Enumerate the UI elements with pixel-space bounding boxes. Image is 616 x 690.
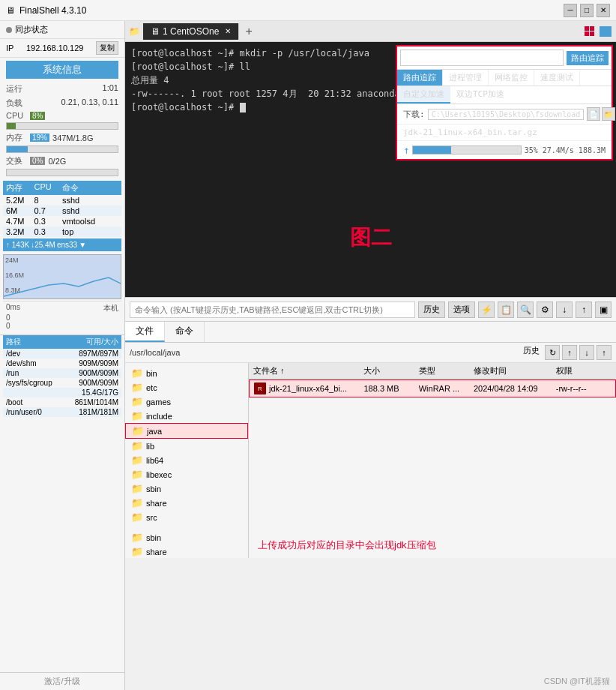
history-button[interactable]: 历史	[418, 302, 445, 318]
title-bar-left: 🖥 FinalShell 4.3.10	[6, 5, 86, 16]
mem-label: 内存	[6, 132, 27, 143]
overlay-subtab-tcp[interactable]: 双边TCP加速	[450, 86, 510, 104]
browse-file-button[interactable]: 📄	[587, 107, 600, 121]
download-file-button[interactable]: ↓	[579, 345, 594, 360]
terminal[interactable]: [root@localhost ~]# mkdir -p /usr/local/…	[125, 42, 616, 297]
activate-button[interactable]: 激活/升级	[0, 672, 124, 690]
content-area: 📁 🖥 1 CentOSOne ✕ + [root@localhost ~]# …	[125, 21, 616, 690]
tree-item-etc[interactable]: 📁 etc	[125, 380, 248, 394]
tree-item-label: lib64	[146, 456, 163, 465]
latency-val: 0	[6, 314, 10, 322]
latency-val-row2: 0	[6, 322, 118, 330]
net-chart-label-1: 24M	[5, 256, 19, 264]
search-icon-btn[interactable]: 🔍	[517, 302, 534, 318]
overlay-tab-speed[interactable]: 速度测试	[534, 70, 580, 86]
tree-item-include[interactable]: 📁 include	[125, 409, 248, 423]
progress-arrow-icon: ↑	[403, 144, 409, 156]
grid-view-button[interactable]	[580, 25, 616, 38]
progress-fill	[413, 146, 450, 154]
tree-item-sbin2[interactable]: 📁 sbin	[125, 530, 248, 544]
refresh-button[interactable]: ↻	[545, 345, 560, 360]
tree-item-lib[interactable]: 📁 lib	[125, 439, 248, 453]
lightning-icon-btn[interactable]: ⚡	[478, 302, 495, 318]
cpu-value: 8%	[30, 112, 45, 120]
tree-item-libexec[interactable]: 📁 libexec	[125, 467, 248, 482]
upload-icon-btn[interactable]: ↑	[576, 302, 592, 318]
terminal-icon-btn[interactable]: ▣	[595, 302, 612, 318]
copy-icon-btn[interactable]: 📋	[498, 302, 514, 318]
tree-item-share[interactable]: 📁 share	[125, 496, 248, 510]
sync-label: 同步状态	[15, 24, 48, 35]
close-button[interactable]: ✕	[597, 4, 610, 17]
tree-item-java[interactable]: 📁 java	[125, 423, 248, 439]
command-bar: 历史 选项 ⚡ 📋 🔍 ⚙ ↓ ↑ ▣	[125, 297, 616, 321]
history-label[interactable]: 历史	[520, 345, 543, 360]
th-cmd: 命令	[62, 182, 118, 194]
file-panel-tabs: 文件 命令	[125, 322, 616, 343]
tree-item-label: games	[146, 398, 171, 406]
tree-item-label: bin	[146, 369, 157, 378]
folder-icon-btn[interactable]: 📁	[125, 26, 143, 37]
disk-th-size: 可用/大小	[67, 337, 118, 347]
cursor	[240, 103, 246, 112]
net-stats: ↑ 143K ↓25.4M ens33 ▼	[3, 238, 121, 251]
disk-row: /sys/fs/cgroup 900M/909M	[3, 378, 121, 388]
download-icon-btn[interactable]: ↓	[556, 302, 573, 318]
overlay-tab-network[interactable]: 网络监控	[489, 70, 534, 86]
sidebar: 同步状态 IP 192.168.10.129 复制 系统信息 运行 1:01 负…	[0, 21, 125, 690]
sync-dot	[6, 27, 12, 33]
tree-item-label: libexec	[146, 470, 172, 479]
file-tab-commands[interactable]: 命令	[165, 322, 205, 342]
up-button[interactable]: ↑	[562, 345, 577, 360]
sys-info-button[interactable]: 系统信息	[6, 61, 118, 79]
folder-icon: 📁	[131, 382, 143, 393]
run-row: 运行 1:01	[0, 82, 124, 96]
file-tab-files[interactable]: 文件	[125, 322, 165, 342]
tree-item-label: sbin	[146, 533, 161, 542]
overlay-tab-process[interactable]: 进程管理	[443, 70, 489, 86]
upload-file-button[interactable]: ↑	[597, 345, 612, 360]
fig-label: 图二	[350, 224, 392, 252]
route-input[interactable]	[400, 50, 564, 66]
mem-row: 内存 19% 347M/1.8G	[0, 131, 124, 144]
net-iface: ens33	[57, 241, 77, 249]
tree-item-label: src	[146, 513, 157, 522]
maximize-button[interactable]: □	[580, 4, 594, 17]
latency-label: 0ms	[6, 303, 20, 314]
swap-detail: 0/2G	[48, 157, 66, 166]
tree-item-src[interactable]: 📁 src	[125, 510, 248, 524]
tree-item-sbin[interactable]: 📁 sbin	[125, 482, 248, 496]
overlay-tab-route[interactable]: 路由追踪	[397, 70, 443, 86]
file-row-jdk[interactable]: R jdk-21_linux-x64_bi... 188.3 MB WinRAR…	[249, 380, 616, 398]
split-view-icon[interactable]	[600, 26, 612, 37]
copy-ip-button[interactable]: 复制	[96, 41, 118, 55]
trace-button[interactable]: 路由追踪	[567, 51, 609, 65]
ip-label: IP	[6, 44, 13, 52]
window-controls[interactable]: ─ □ ✕	[564, 4, 610, 17]
file-tree[interactable]: 📁 bin 📁 etc 📁 games 📁 include	[125, 363, 249, 558]
mem-pct: 19%	[30, 134, 49, 142]
tab-centos[interactable]: 🖥 1 CentOSOne ✕	[143, 23, 239, 40]
cpu-label: CPU	[6, 111, 27, 120]
net-dropdown-icon[interactable]: ▼	[79, 241, 86, 249]
load-row: 负载 0.21, 0.13, 0.11	[0, 96, 124, 110]
tree-item-lib64[interactable]: 📁 lib64	[125, 453, 248, 467]
download-buttons: 📄 📁	[587, 107, 615, 121]
latency-section: 0ms 本机 0 0	[3, 301, 121, 332]
tab-close-icon[interactable]: ✕	[225, 27, 231, 35]
command-input[interactable]	[130, 302, 415, 318]
minimize-button[interactable]: ─	[564, 4, 577, 17]
browse-folder-button[interactable]: 📁	[602, 107, 615, 121]
settings-icon-btn[interactable]: ⚙	[537, 302, 553, 318]
tree-item-bin[interactable]: 📁 bin	[125, 366, 248, 380]
tree-item-games[interactable]: 📁 games	[125, 394, 248, 409]
disk-row: /run/user/0 181M/181M	[3, 407, 121, 417]
progress-track	[412, 146, 521, 154]
sync-status: 同步状态	[0, 21, 124, 39]
tree-item-label: sbin	[146, 484, 161, 494]
tab-add-button[interactable]: +	[239, 22, 258, 41]
options-button[interactable]: 选项	[448, 302, 475, 318]
file-table: 文件名 ↑ 大小 类型 修改时间 权限 R jdk-21_linux-x64_b…	[249, 363, 616, 532]
overlay-subtab-custom[interactable]: 自定义加速	[397, 86, 450, 104]
tree-item-share2[interactable]: 📁 share	[125, 544, 248, 558]
